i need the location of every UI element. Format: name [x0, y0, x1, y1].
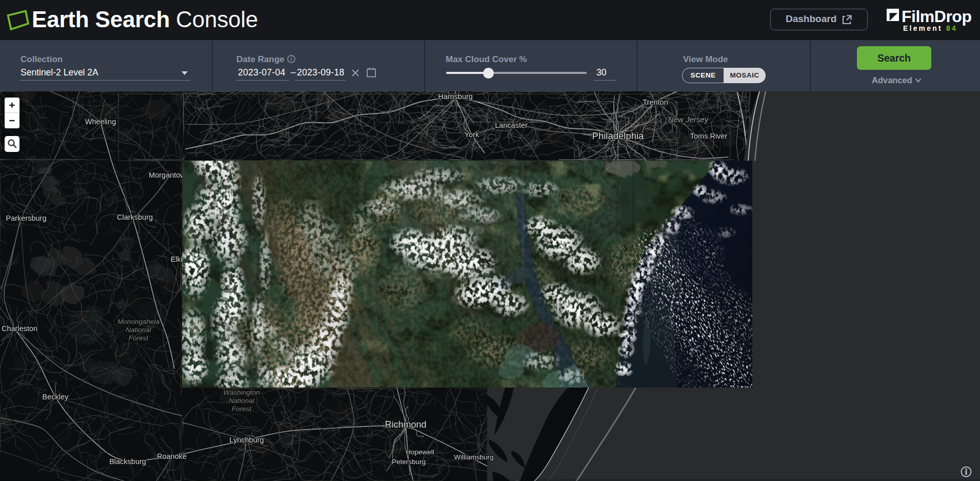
- svg-text:Hopewell: Hopewell: [406, 448, 434, 456]
- svg-text:Toms River: Toms River: [690, 132, 728, 140]
- svg-text:Clarksburg: Clarksburg: [117, 213, 153, 221]
- svg-text:National: National: [126, 326, 152, 334]
- svg-text:Blacksburg: Blacksburg: [109, 457, 146, 466]
- svg-text:Richmond: Richmond: [385, 419, 426, 430]
- svg-text:Monongahela: Monongahela: [117, 318, 159, 325]
- svg-text:Forest: Forest: [129, 334, 149, 342]
- svg-text:Roanoke: Roanoke: [157, 452, 187, 460]
- svg-text:Beckley: Beckley: [43, 393, 69, 401]
- svg-text:Williamsburg: Williamsburg: [454, 453, 493, 461]
- svg-text:New Jersey: New Jersey: [668, 115, 709, 124]
- svg-text:Petersburg: Petersburg: [392, 458, 426, 466]
- svg-text:Lynchburg: Lynchburg: [229, 436, 264, 444]
- svg-text:Trenton: Trenton: [643, 98, 668, 106]
- svg-text:Element 84: Element 84: [903, 24, 957, 32]
- svg-text:Parkersburg: Parkersburg: [6, 214, 47, 222]
- svg-text:Forest: Forest: [232, 405, 252, 413]
- svg-text:Wheeling: Wheeling: [85, 118, 116, 126]
- svg-text:Charleston: Charleston: [2, 324, 37, 333]
- svg-text:Philadelphia: Philadelphia: [592, 130, 645, 141]
- svg-text:FilmDrop: FilmDrop: [902, 7, 971, 26]
- svg-text:National: National: [229, 397, 255, 405]
- svg-text:Lancaster: Lancaster: [495, 121, 528, 129]
- svg-text:Washington: Washington: [223, 389, 259, 396]
- svg-text:York: York: [465, 130, 479, 139]
- svg-text:Harrisburg: Harrisburg: [438, 92, 473, 101]
